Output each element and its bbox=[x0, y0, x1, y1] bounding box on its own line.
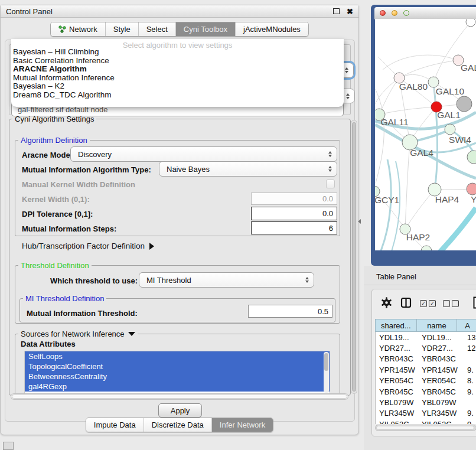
cell: 13 bbox=[465, 333, 476, 342]
gear-icon[interactable] bbox=[381, 297, 392, 311]
popup-item[interactable]: Bayesian – Hill Climbing bbox=[13, 48, 342, 57]
tab-discretize-data[interactable]: Discretize Data bbox=[144, 418, 212, 432]
dpi-tolerance-value: 0.0 bbox=[322, 209, 333, 218]
close-traffic-light-icon[interactable] bbox=[380, 10, 386, 16]
close-icon[interactable]: ✖ bbox=[347, 7, 353, 16]
table-row[interactable]: YIL052C YIL052C 9 bbox=[376, 419, 476, 424]
tab-infer-network[interactable]: Infer Network bbox=[212, 418, 273, 432]
tab-impute-data[interactable]: Impute Data bbox=[86, 418, 144, 432]
mi-steps-field[interactable]: 6 bbox=[251, 221, 337, 234]
node-salmon[interactable] bbox=[467, 183, 476, 195]
settings-vertical-scrollbar[interactable] bbox=[351, 120, 357, 394]
network-graph: GAL GAL80 GAL10 GAL1 GAL11 SWI4 GAL4 GCY… bbox=[375, 19, 476, 250]
mi-algorithm-type-combo[interactable]: Naive Bayes bbox=[159, 161, 337, 177]
cell: YPR145W bbox=[376, 366, 420, 374]
attribute-item[interactable]: SelfLoops bbox=[25, 351, 330, 361]
popup-item[interactable]: Basic Correlation Inference bbox=[13, 57, 342, 66]
column-header[interactable]: shared... bbox=[375, 319, 416, 332]
splitter-collapse-arrow[interactable] bbox=[358, 219, 361, 224]
node-swi4[interactable] bbox=[445, 124, 455, 135]
data-attributes-list[interactable]: SelfLoops TopologicalCoefficient Between… bbox=[24, 351, 330, 394]
select-all-icon[interactable]: ✓✓ bbox=[420, 300, 436, 307]
node-label: Y bbox=[471, 194, 476, 204]
tab-cyni-toolbox[interactable]: Cyni Toolbox bbox=[176, 22, 236, 36]
zoom-traffic-light-icon[interactable] bbox=[403, 10, 409, 16]
apply-button[interactable]: Apply bbox=[158, 403, 202, 418]
mi-threshold-value: 0.5 bbox=[318, 307, 328, 316]
attribute-item[interactable]: TopologicalCoefficient bbox=[25, 361, 330, 371]
tab-label: Cyni Toolbox bbox=[184, 25, 227, 34]
sources-title-text: Sources for Network Inference bbox=[21, 330, 125, 338]
table-row[interactable]: YLR345W YLR345W 9. bbox=[376, 408, 476, 419]
sources-group-title[interactable]: Sources for Network Inference bbox=[18, 330, 138, 338]
column-header[interactable]: A bbox=[457, 319, 476, 332]
table-row[interactable]: YER054C YER054C 8. bbox=[376, 376, 476, 386]
cell: YPR145W bbox=[420, 366, 465, 374]
minimize-traffic-light-icon[interactable] bbox=[392, 10, 397, 16]
mi-algorithm-type-label: Mutual Information Algorithm Type: bbox=[22, 165, 151, 174]
table-row[interactable]: YBL079W YBL079W bbox=[376, 397, 476, 407]
popup-item[interactable]: Mutual Information Inference bbox=[13, 74, 342, 83]
popup-item[interactable]: Dream8 DC_TDC Algorithm bbox=[13, 91, 342, 100]
control-panel: Control Panel ✖ Network bbox=[0, 5, 359, 435]
tab-label: Discretize Data bbox=[152, 420, 204, 429]
tab-label: Select bbox=[146, 25, 168, 34]
deselect-all-icon[interactable] bbox=[443, 300, 459, 307]
popup-item[interactable]: Bayesian – K2 bbox=[13, 82, 342, 91]
cell: YBR045C bbox=[376, 387, 420, 396]
mi-steps-label: Mutual Information Steps: bbox=[22, 224, 116, 233]
tab-select[interactable]: Select bbox=[139, 22, 176, 36]
cell: YBR043C bbox=[376, 354, 420, 363]
node-label: GAL1 bbox=[437, 110, 461, 120]
tab-network[interactable]: Network bbox=[51, 22, 106, 36]
network-window-titlebar[interactable] bbox=[374, 7, 476, 19]
tab-style[interactable]: Style bbox=[106, 22, 139, 36]
edge bbox=[405, 190, 435, 229]
float-window-icon[interactable] bbox=[333, 8, 340, 14]
table-row[interactable]: YPR145W YPR145W 9. bbox=[376, 364, 476, 375]
node-label: GAL bbox=[461, 63, 476, 73]
table-row[interactable]: YBR045C YBR045C 9. bbox=[376, 386, 476, 397]
network-canvas[interactable]: GAL GAL80 GAL10 GAL1 GAL11 SWI4 GAL4 GCY… bbox=[375, 19, 476, 250]
node[interactable] bbox=[466, 19, 475, 27]
edge bbox=[383, 55, 458, 70]
node[interactable] bbox=[421, 246, 432, 250]
edge bbox=[405, 142, 410, 229]
algorithm-definition-title: Algorithm Definition bbox=[18, 136, 90, 144]
table-horizontal-scrollbar[interactable] bbox=[375, 425, 476, 431]
table-header-row: shared... name A bbox=[375, 319, 476, 332]
apply-button-label: Apply bbox=[171, 406, 190, 415]
mi-threshold-field[interactable]: 0.5 bbox=[248, 305, 332, 318]
attributes-scrollbar[interactable] bbox=[324, 352, 329, 393]
control-panel-title: Control Panel bbox=[6, 7, 53, 16]
tab-label: jActiveMNodules bbox=[243, 25, 301, 34]
hub-definition-toggle[interactable]: Hub/Transcription Factor Definition bbox=[22, 242, 154, 250]
aracne-mode-combo[interactable]: Discovery bbox=[70, 146, 337, 162]
which-threshold-combo[interactable]: MI Threshold bbox=[139, 272, 314, 288]
minimized-panel-icon[interactable] bbox=[3, 442, 14, 450]
manual-kernel-checkbox[interactable] bbox=[326, 180, 335, 188]
table-row[interactable]: YBR043C YBR043C bbox=[376, 354, 476, 364]
table-row[interactable]: YDL19... YDL19... 13 bbox=[376, 332, 476, 343]
algorithm-dropdown-popup: Select algorithm to view settings Bayesi… bbox=[11, 39, 344, 107]
attribute-item[interactable]: gal4RGexp bbox=[25, 381, 330, 392]
column-header[interactable]: name bbox=[416, 319, 457, 332]
node[interactable] bbox=[467, 151, 476, 164]
popup-item-selected[interactable]: ARACNE Algorithm bbox=[13, 65, 342, 74]
table-row[interactable]: YDR27... YDR27... 12 bbox=[376, 343, 476, 353]
document-icon[interactable] bbox=[473, 296, 476, 311]
column-browser-icon[interactable] bbox=[400, 297, 412, 311]
node-label: HAP2 bbox=[406, 232, 431, 242]
cell: YLR345W bbox=[376, 409, 420, 418]
cell: YDR27... bbox=[420, 344, 465, 353]
tab-jactivemnodules[interactable]: jActiveMNodules bbox=[236, 22, 308, 36]
dpi-tolerance-field[interactable]: 0.0 bbox=[251, 207, 337, 220]
settings-horizontal-scrollbar[interactable] bbox=[11, 393, 348, 400]
mi-threshold-group-title: MI Threshold Definition bbox=[23, 295, 106, 302]
cell: 9. bbox=[465, 366, 476, 374]
attribute-item[interactable]: BetweennessCentrality bbox=[25, 371, 330, 381]
kernel-width-label: Kernel Width (0,1): bbox=[22, 195, 90, 204]
cell: YER054C bbox=[420, 376, 465, 385]
edge bbox=[433, 22, 471, 82]
table-panel-title: Table Panel bbox=[376, 272, 416, 281]
